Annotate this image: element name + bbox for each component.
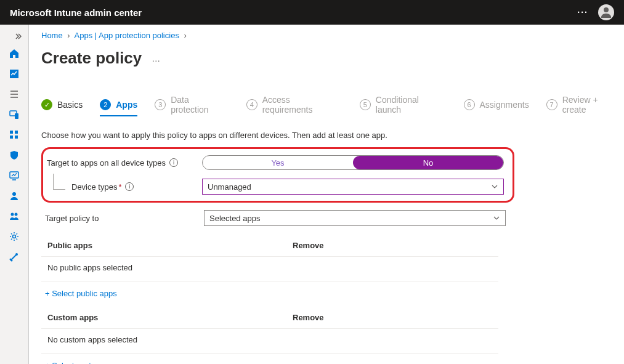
page-more-button[interactable]: … [152,54,160,63]
wizard-stepper: ✓Basics 2Apps 3Data protection 4Access r… [41,95,624,115]
user-icon [9,190,20,201]
sidebar-item-home[interactable] [0,43,28,63]
apps-icon [9,129,20,140]
sidebar-expand-button[interactable] [0,30,28,43]
sidebar-item-endpoint-security[interactable] [0,145,28,165]
svg-rect-3 [15,113,18,119]
sidebar-item-tenant-admin[interactable] [0,226,28,246]
info-icon[interactable]: i [169,158,178,167]
svg-rect-7 [15,135,18,139]
toggle-no[interactable]: No [353,156,503,169]
check-icon: ✓ [41,99,52,110]
svg-point-11 [15,212,18,216]
chevron-right-icon: › [184,31,187,40]
sidebar-item-all-services[interactable] [0,84,28,104]
custom-apps-empty-row: No custom apps selected [41,329,498,354]
step-description: Choose how you want to apply this policy… [41,131,624,140]
avatar[interactable] [598,4,614,20]
target-policy-select[interactable]: Selected apps [204,210,506,226]
sidebar-item-dashboard[interactable] [0,63,28,84]
select-custom-apps-link[interactable]: + Select custom apps [41,361,122,364]
content-area: Home › Apps | App protection policies › … [28,25,624,364]
step-access-requirements[interactable]: 4Access requirements [246,95,342,115]
remove-header: Remove [293,313,324,322]
device-types-select[interactable]: Unmanaged [202,179,504,195]
sidebar-item-troubleshoot[interactable] [0,246,28,267]
public-apps-section: Public apps Remove No public apps select… [41,237,498,281]
svg-point-9 [12,192,16,196]
select-public-apps-link[interactable]: + Select public apps [41,289,117,298]
custom-apps-section: Custom apps Remove No custom apps select… [41,309,498,354]
toggle-yes[interactable]: Yes [203,156,353,169]
svg-rect-5 [15,131,18,134]
breadcrumb-home[interactable]: Home [41,31,63,40]
svg-point-10 [11,212,14,216]
public-apps-header: Public apps [47,241,293,250]
gear-icon [9,231,20,242]
monitor-icon [9,170,20,181]
svg-rect-4 [10,131,13,134]
list-icon [9,89,20,100]
breadcrumb: Home › Apps | App protection policies › [41,25,624,49]
remove-header: Remove [293,241,324,250]
svg-point-0 [604,7,609,12]
person-icon [599,5,614,20]
custom-apps-header: Custom apps [47,313,293,322]
sidebar [0,25,28,364]
sidebar-item-groups[interactable] [0,206,28,226]
devices-icon [9,109,20,120]
svg-rect-6 [10,135,13,139]
breadcrumb-apps[interactable]: Apps | App protection policies [75,31,179,40]
sidebar-item-devices[interactable] [0,104,28,124]
sidebar-item-reports[interactable] [0,165,28,185]
info-icon[interactable]: i [125,182,134,191]
target-policy-label: Target policy to [45,214,99,223]
step-data-protection[interactable]: 3Data protection [155,95,229,115]
topbar-more-button[interactable]: ··· [577,7,588,17]
step-basics[interactable]: ✓Basics [41,99,83,110]
topbar: Microsoft Intune admin center ··· [0,0,624,25]
highlight-box: Target to apps on all device types i Yes… [41,147,514,203]
home-icon [9,48,20,59]
required-star: * [118,182,121,192]
dashboard-icon [9,68,20,79]
device-types-label: Device types [71,182,117,192]
step-assignments[interactable]: 6Assignments [464,99,529,110]
group-icon [9,211,20,222]
sidebar-item-users[interactable] [0,185,28,206]
tools-icon [9,251,20,262]
chevron-down-icon [491,183,498,190]
chevron-right-double-icon [15,33,22,40]
tree-line [53,174,65,190]
target-all-toggle[interactable]: Yes No [202,155,504,170]
svg-point-12 [13,235,16,238]
public-apps-empty-row: No public apps selected [41,257,498,281]
svg-point-13 [15,253,18,256]
chevron-down-icon [493,214,500,222]
app-title: Microsoft Intune admin center [10,7,577,18]
step-apps[interactable]: 2Apps [100,99,137,116]
page-title: Create policy [41,49,142,68]
target-all-label: Target to apps on all device types [47,158,166,168]
step-review-create[interactable]: 7Review + create [546,95,624,115]
chevron-right-icon: › [67,31,70,40]
shield-icon [9,150,20,161]
sidebar-item-apps[interactable] [0,124,28,145]
step-conditional-launch[interactable]: 5Conditional launch [360,95,447,115]
